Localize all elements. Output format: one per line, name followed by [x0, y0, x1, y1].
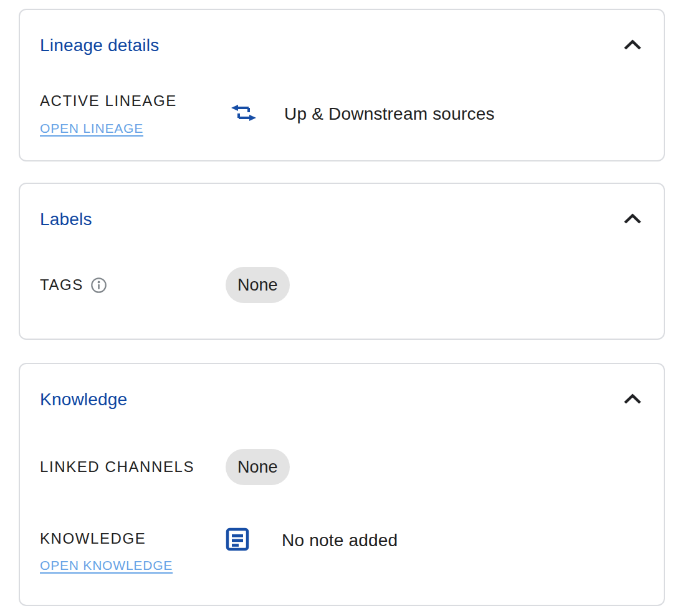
open-knowledge-link[interactable]: OPEN KNOWLEDGE — [40, 558, 173, 573]
note-icon — [226, 527, 249, 554]
collapse-knowledge-button[interactable] — [619, 393, 646, 414]
info-icon[interactable] — [90, 277, 107, 294]
tags-value: None — [226, 267, 290, 303]
knowledge-label-col: KNOWLEDGE OPEN KNOWLEDGE — [40, 529, 226, 573]
knowledge-card: Knowledge LINKED CHANNELS None KNOWLEDGE… — [19, 363, 665, 606]
card-title-labels: Labels — [40, 209, 634, 230]
open-lineage-link[interactable]: OPEN LINEAGE — [40, 121, 143, 136]
tags-label-col: TAGS — [40, 276, 226, 294]
card-title-knowledge: Knowledge — [40, 389, 634, 410]
knowledge-label: KNOWLEDGE — [40, 530, 226, 547]
knowledge-note-value: No note added — [226, 529, 398, 552]
labels-card: Labels TAGS None — [19, 183, 665, 340]
knowledge-note-text: No note added — [282, 531, 398, 551]
tags-none-chip: None — [226, 267, 290, 303]
chevron-up-icon — [623, 213, 642, 227]
linked-channels-none-chip: None — [226, 449, 290, 485]
chevron-up-icon — [623, 39, 642, 53]
linked-channels-label-col: LINKED CHANNELS — [40, 458, 226, 476]
collapse-lineage-button[interactable] — [619, 39, 646, 60]
active-lineage-value: Up & Downstream sources — [226, 104, 495, 124]
swap-arrows-icon — [231, 105, 257, 124]
active-lineage-label: ACTIVE LINEAGE — [40, 92, 226, 110]
linked-channels-label: LINKED CHANNELS — [40, 458, 194, 475]
active-lineage-label-col: ACTIVE LINEAGE OPEN LINEAGE — [40, 92, 226, 136]
linked-channels-value: None — [226, 449, 290, 485]
card-title-lineage: Lineage details — [40, 35, 634, 56]
knowledge-note-row: KNOWLEDGE OPEN KNOWLEDGE No note added — [40, 529, 634, 573]
tags-label: TAGS — [40, 276, 84, 294]
tags-row: TAGS None — [40, 267, 634, 303]
lineage-direction-value: Up & Downstream sources — [284, 104, 495, 124]
collapse-labels-button[interactable] — [619, 213, 646, 234]
active-lineage-row: ACTIVE LINEAGE OPEN LINEAGE Up & Downstr… — [40, 92, 634, 136]
linked-channels-row: LINKED CHANNELS None — [40, 449, 634, 485]
chevron-up-icon — [623, 393, 642, 407]
lineage-details-card: Lineage details ACTIVE LINEAGE OPEN LINE… — [19, 9, 665, 161]
